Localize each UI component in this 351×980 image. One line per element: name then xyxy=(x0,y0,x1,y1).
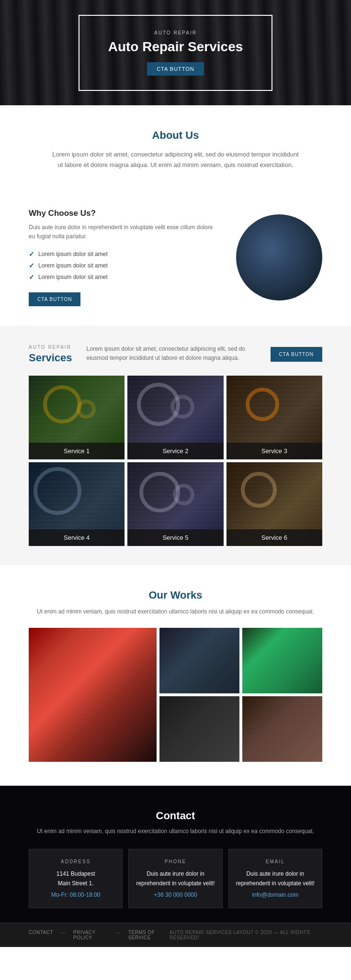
phone-label: PHONE xyxy=(136,859,215,864)
works-grid xyxy=(29,628,322,762)
why-left-col: Why Choose Us? Duis aute irure dolor in … xyxy=(29,209,217,306)
services-section: AUTO REPAIR Services Lorem ipsum dolor s… xyxy=(0,325,351,565)
footer-link-terms[interactable]: TERMS OF SERVICE xyxy=(128,930,170,940)
about-text: Lorem ipsum dolor sit amet, consectetur … xyxy=(51,149,300,170)
why-section: Why Choose Us? Duis aute irure dolor in … xyxy=(0,194,351,325)
service-card-2[interactable]: Service 2 xyxy=(127,376,223,459)
about-section: About Us Lorem ipsum dolor sit amet, con… xyxy=(0,105,351,194)
footer-sep-1: — xyxy=(61,930,66,940)
check-icon-3: ✓ xyxy=(29,273,34,281)
check-item-1: ✓ Lorem ipsum dolor sit amet xyxy=(29,248,217,260)
check-label-3: Lorem ipsum dolor sit amet xyxy=(38,274,108,280)
phone-description: Duis aute irure dolor in reprehenderit i… xyxy=(136,869,215,889)
address-label: ADDRESS xyxy=(36,859,115,864)
works-description: Ut enim ad minim veniam, quis nostrud ex… xyxy=(29,607,322,616)
service-label-1: Service 1 xyxy=(29,443,125,459)
why-image xyxy=(236,214,322,301)
why-image-bg xyxy=(236,214,322,301)
service-label-5: Service 5 xyxy=(127,529,223,546)
check-icon-2: ✓ xyxy=(29,262,34,269)
services-grid: Service 1 Service 2 Service 3 Service 4 xyxy=(29,376,322,546)
footer-link-privacy[interactable]: PRIVACY POLICY xyxy=(73,930,108,940)
address-line1: 1141 Budapest xyxy=(57,870,95,877)
service-card-1[interactable]: Service 1 xyxy=(29,376,125,459)
check-label-2: Lorem ipsum dolor sit amet xyxy=(38,262,108,269)
work-bg-3 xyxy=(242,628,322,693)
check-item-3: ✓ Lorem ipsum dolor sit amet xyxy=(29,271,217,283)
about-title: About Us xyxy=(38,129,313,142)
hero-cta-button[interactable]: CTA BUTTON xyxy=(147,62,204,76)
services-title: Services xyxy=(29,352,72,364)
footer: CONTACT — PRIVACY POLICY — TERMS OF SERV… xyxy=(0,923,351,947)
work-item-3[interactable] xyxy=(242,628,322,693)
work-item-1[interactable] xyxy=(29,628,157,762)
footer-links: CONTACT — PRIVACY POLICY — TERMS OF SERV… xyxy=(29,930,170,940)
works-title: Our Works xyxy=(29,589,322,601)
hero-label: AUTO REPAIR xyxy=(108,30,243,35)
why-title: Why Choose Us? xyxy=(29,209,217,218)
contact-section: Contact Ut enim ad minim veniam, quis no… xyxy=(0,786,351,923)
check-label-1: Lorem ipsum dolor sit amet xyxy=(38,251,108,257)
contact-title: Contact xyxy=(29,810,322,822)
hero-title: Auto Repair Services xyxy=(108,39,243,55)
work-item-4[interactable] xyxy=(159,696,239,762)
service-label-6: Service 6 xyxy=(226,529,322,546)
service-card-4[interactable]: Service 4 xyxy=(29,462,125,546)
footer-sep-2: — xyxy=(116,930,121,940)
why-description: Duis aute irure dolor in reprehenderit i… xyxy=(29,223,217,241)
check-icon-1: ✓ xyxy=(29,250,34,258)
contact-email-card: EMAIL Duis aute irure dolor in reprehend… xyxy=(228,849,322,908)
work-bg-1 xyxy=(29,628,157,762)
contact-description: Ut enim ad minim veniam, quis nostrud ex… xyxy=(29,828,322,835)
footer-copyright: AUTO REPAIR SERVICES LAYOUT © 2020 — ALL… xyxy=(170,930,322,940)
service-label-4: Service 4 xyxy=(29,529,125,546)
service-card-6[interactable]: Service 6 xyxy=(226,462,322,546)
services-label: AUTO REPAIR xyxy=(29,345,72,350)
address-hours: Mo-Fr: 08:00-18:00 xyxy=(36,891,115,898)
email-address: info@domain.com xyxy=(236,891,315,898)
service-label-3: Service 3 xyxy=(226,443,322,459)
contact-address-card: ADDRESS 1141 Budapest Main Street 1. Mo-… xyxy=(29,849,123,908)
service-card-3[interactable]: Service 3 xyxy=(226,376,322,459)
service-label-2: Service 2 xyxy=(127,443,223,459)
phone-number: +36 30 000 0000 xyxy=(136,891,215,898)
hero-section: AUTO REPAIR Auto Repair Services CTA BUT… xyxy=(0,0,351,105)
address-line2: Main Street 1. xyxy=(58,880,94,887)
why-checklist: ✓ Lorem ipsum dolor sit amet ✓ Lorem ips… xyxy=(29,248,217,283)
address-value: 1141 Budapest Main Street 1. xyxy=(36,869,115,889)
footer-link-contact[interactable]: CONTACT xyxy=(29,930,53,940)
email-label: EMAIL xyxy=(236,859,315,864)
check-item-2: ✓ Lorem ipsum dolor sit amet xyxy=(29,260,217,271)
contact-phone-card: PHONE Duis aute irure dolor in reprehend… xyxy=(128,849,222,908)
services-description: Lorem ipsum dolor sit amet, consectetur … xyxy=(87,345,256,363)
work-bg-5 xyxy=(242,696,322,762)
work-bg-2 xyxy=(159,628,239,693)
work-item-5[interactable] xyxy=(242,696,322,762)
contact-cards: ADDRESS 1141 Budapest Main Street 1. Mo-… xyxy=(29,849,322,908)
work-bg-4 xyxy=(159,696,239,762)
service-card-5[interactable]: Service 5 xyxy=(127,462,223,546)
email-description: Duis aute irure dolor in reprehenderit i… xyxy=(236,869,315,889)
hero-content-box: AUTO REPAIR Auto Repair Services CTA BUT… xyxy=(79,15,273,91)
services-header-mid: Lorem ipsum dolor sit amet, consectetur … xyxy=(72,345,271,363)
why-cta-button[interactable]: CTA BUTTON xyxy=(29,292,80,306)
work-item-2[interactable] xyxy=(159,628,239,693)
services-header: AUTO REPAIR Services Lorem ipsum dolor s… xyxy=(29,345,322,364)
services-cta-button[interactable]: CTA BUTTON xyxy=(271,347,322,362)
services-header-left: AUTO REPAIR Services xyxy=(29,345,72,364)
works-section: Our Works Ut enim ad minim veniam, quis … xyxy=(0,565,351,786)
